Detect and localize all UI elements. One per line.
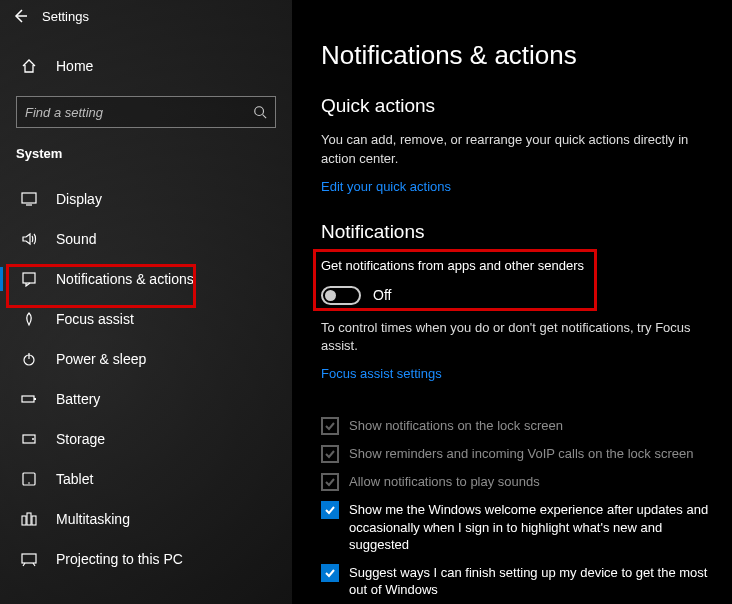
svg-rect-14 [22,516,26,525]
nav-item-notifications-actions[interactable]: Notifications & actions [0,259,292,299]
notifications-section: Notifications Get notifications from app… [321,221,712,305]
battery-icon [20,391,38,407]
multitasking-icon [20,511,38,527]
quick-actions-desc: You can add, remove, or rearrange your q… [321,131,712,169]
checkbox [321,417,339,435]
checkbox[interactable] [321,501,339,519]
nav-item-multitasking[interactable]: Multitasking [0,499,292,539]
check-row: Show notifications on the lock screen [321,417,712,435]
focus-assist-desc: To control times when you do or don't ge… [321,319,712,357]
svg-rect-17 [22,554,36,563]
storage-icon [20,431,38,447]
back-arrow-icon[interactable] [12,8,28,24]
home-button[interactable]: Home [0,48,292,84]
checkbox [321,473,339,491]
notifications-toggle-row: Off [321,286,712,305]
svg-rect-15 [27,513,31,525]
power-icon [20,351,38,367]
svg-rect-8 [22,396,34,402]
check-row: Show reminders and incoming VoIP calls o… [321,445,712,463]
quick-actions-section: Quick actions You can add, remove, or re… [321,95,712,195]
nav-list: DisplaySoundNotifications & actionsFocus… [0,179,292,579]
check-row: Show me the Windows welcome experience a… [321,501,712,554]
svg-point-1 [255,107,264,116]
nav-item-label: Projecting to this PC [56,551,183,567]
nav-item-label: Sound [56,231,96,247]
nav-item-label: Tablet [56,471,93,487]
notifications-heading: Notifications [321,221,712,243]
svg-rect-16 [32,516,36,525]
check-row: Allow notifications to play sounds [321,473,712,491]
sidebar-header: Settings [0,0,292,32]
nav-item-tablet[interactable]: Tablet [0,459,292,499]
nav-item-battery[interactable]: Battery [0,379,292,419]
checkbox[interactable] [321,564,339,582]
home-label: Home [56,58,93,74]
quick-actions-heading: Quick actions [321,95,712,117]
projecting-icon [20,551,38,567]
search-icon [253,105,267,119]
search-box[interactable] [16,96,276,128]
check-label: Suggest ways I can finish setting up my … [349,564,712,599]
nav-item-sound[interactable]: Sound [0,219,292,259]
nav-item-label: Power & sleep [56,351,146,367]
main-panel: Notifications & actions Quick actions Yo… [293,0,732,604]
nav-item-display[interactable]: Display [0,179,292,219]
nav-item-projecting-to-this-pc[interactable]: Projecting to this PC [0,539,292,579]
svg-point-11 [32,438,34,440]
nav-item-focus-assist[interactable]: Focus assist [0,299,292,339]
sound-icon [20,231,38,247]
svg-rect-5 [23,273,35,283]
check-label: Show notifications on the lock screen [349,417,563,435]
notifications-toggle[interactable] [321,286,361,305]
check-label: Show reminders and incoming VoIP calls o… [349,445,693,463]
check-row: Suggest ways I can finish setting up my … [321,564,712,599]
svg-point-13 [28,482,30,484]
check-label: Allow notifications to play sounds [349,473,540,491]
category-label: System [0,128,292,169]
nav-item-label: Battery [56,391,100,407]
svg-rect-9 [34,398,36,400]
notifications-icon [20,271,38,287]
notification-checks: Show notifications on the lock screenSho… [321,417,712,604]
display-icon [20,191,38,207]
page-title: Notifications & actions [321,40,712,71]
check-label: Show me the Windows welcome experience a… [349,501,712,554]
notifications-toggle-label: Get notifications from apps and other se… [321,257,712,276]
notifications-toggle-state: Off [373,287,391,303]
svg-rect-3 [22,193,36,203]
focus-assist-link[interactable]: Focus assist settings [321,366,442,381]
window-title: Settings [42,9,89,24]
nav-item-storage[interactable]: Storage [0,419,292,459]
nav-item-label: Notifications & actions [56,271,194,287]
svg-line-2 [263,115,267,119]
nav-item-label: Display [56,191,102,207]
checkbox [321,445,339,463]
nav-item-label: Multitasking [56,511,130,527]
focus-assist-icon [20,311,38,327]
nav-item-label: Storage [56,431,105,447]
edit-quick-actions-link[interactable]: Edit your quick actions [321,179,451,194]
search-input[interactable] [25,105,253,120]
nav-item-power-sleep[interactable]: Power & sleep [0,339,292,379]
sidebar: Settings Home System DisplaySoundNotific… [0,0,293,604]
home-icon [20,58,38,74]
tablet-icon [20,471,38,487]
nav-item-label: Focus assist [56,311,134,327]
